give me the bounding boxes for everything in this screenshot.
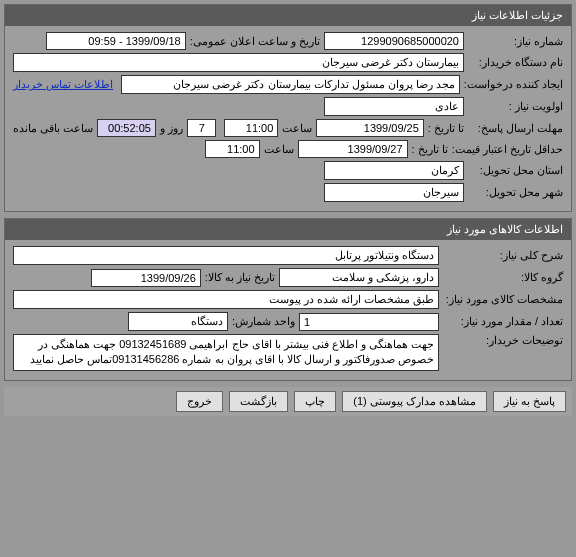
delivery-city-value: سیرجان bbox=[324, 183, 464, 202]
print-button[interactable]: چاپ bbox=[294, 391, 336, 412]
need-info-panel: جزئیات اطلاعات نیاز شماره نیاز: 12990906… bbox=[4, 4, 572, 212]
days-remaining: 7 bbox=[187, 119, 217, 137]
goods-spec-value: طبق مشخصات ارائه شده در پیوست bbox=[13, 290, 439, 309]
reply-until-date: 1399/09/25 bbox=[316, 119, 424, 137]
min-validity-time: 11:00 bbox=[205, 140, 260, 158]
need-until-value: 1399/09/26 bbox=[91, 269, 201, 287]
goods-group-label: گروه کالا: bbox=[443, 271, 563, 284]
until-label-2: تا تاریخ : bbox=[412, 143, 448, 156]
delivery-city-label: شهر محل تحویل: bbox=[468, 186, 563, 199]
general-desc-value: دستگاه ونتیلاتور پرتابل bbox=[13, 246, 439, 265]
buyer-contact-link[interactable]: اطلاعات تماس خریدار bbox=[13, 78, 113, 91]
qty-value: 1 bbox=[299, 313, 439, 331]
time-remain-suffix: ساعت باقی مانده bbox=[13, 122, 93, 135]
goods-group-value: دارو، پزشکی و سلامت bbox=[279, 268, 439, 287]
back-button[interactable]: بازگشت bbox=[229, 391, 288, 412]
requester-value: مجد رضا پروان مسئول تدارکات بیمارستان دک… bbox=[121, 75, 460, 94]
goods-info-panel: اطلاعات کالاهای مورد نیاز شرح کلی نیاز: … bbox=[4, 218, 572, 381]
days-and-label: روز و bbox=[160, 122, 183, 135]
requester-label: ایجاد کننده درخواست: bbox=[464, 78, 563, 91]
hour-label-2: ساعت bbox=[264, 143, 294, 156]
delivery-province-label: استان محل تحویل: bbox=[468, 164, 563, 177]
need-no-value: 1299090685000020 bbox=[324, 32, 464, 50]
time-remaining: 00:52:05 bbox=[97, 119, 156, 137]
min-validity-label: حداقل تاریخ اعتبار قیمت: bbox=[452, 143, 563, 156]
pub-datetime-label: تاریخ و ساعت اعلان عمومی: bbox=[190, 35, 320, 48]
reply-deadline-label: مهلت ارسال پاسخ: bbox=[468, 122, 563, 135]
exit-button[interactable]: خروج bbox=[176, 391, 223, 412]
qty-label: تعداد / مقدار مورد نیاز: bbox=[443, 315, 563, 328]
min-validity-date: 1399/09/27 bbox=[298, 140, 408, 158]
buyer-org-label: نام دستگاه خریدار: bbox=[468, 56, 563, 69]
priority-value: عادی bbox=[324, 97, 464, 116]
unit-value: دستگاه bbox=[128, 312, 228, 331]
goods-info-header: اطلاعات کالاهای مورد نیاز bbox=[5, 219, 571, 240]
unit-label: واحد شمارش: bbox=[232, 315, 295, 328]
need-until-label: تاریخ نیاز به کالا: bbox=[205, 271, 275, 284]
general-desc-label: شرح کلی نیاز: bbox=[443, 249, 563, 262]
need-info-header: جزئیات اطلاعات نیاز bbox=[5, 5, 571, 26]
need-no-label: شماره نیاز: bbox=[468, 35, 563, 48]
goods-spec-label: مشخصات کالای مورد نیاز: bbox=[443, 293, 563, 306]
action-bar: پاسخ به نیاز مشاهده مدارک پیوستی (1) چاپ… bbox=[4, 387, 572, 416]
buyer-org-value: بیمارستان دکتر غرضی سیرجان bbox=[13, 53, 464, 72]
reply-button[interactable]: پاسخ به نیاز bbox=[493, 391, 566, 412]
priority-label: اولویت نیاز : bbox=[468, 100, 563, 113]
need-info-body: شماره نیاز: 1299090685000020 تاریخ و ساع… bbox=[5, 26, 571, 211]
hour-label-1: ساعت bbox=[282, 122, 312, 135]
until-label: تا تاریخ : bbox=[428, 122, 464, 135]
buyer-notes-value: جهت هماهنگی و اطلاع فنی بیشتر با اقای حا… bbox=[13, 334, 439, 371]
buyer-notes-label: توضیحات خریدار: bbox=[443, 334, 563, 347]
reply-until-time: 11:00 bbox=[224, 119, 278, 137]
goods-info-body: شرح کلی نیاز: دستگاه ونتیلاتور پرتابل گر… bbox=[5, 240, 571, 380]
attachments-button[interactable]: مشاهده مدارک پیوستی (1) bbox=[342, 391, 487, 412]
delivery-province-value: کرمان bbox=[324, 161, 464, 180]
pub-datetime-value: 1399/09/18 - 09:59 bbox=[46, 32, 186, 50]
